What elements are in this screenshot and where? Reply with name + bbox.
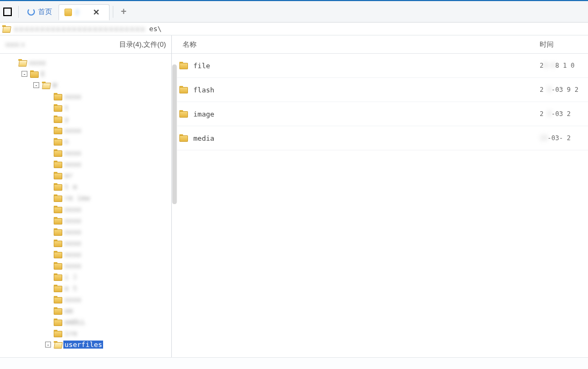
folder-icon xyxy=(30,70,39,78)
path-bar[interactable]: xxxxxxxxxxxxxxxxxxxxxxxxx es\ xyxy=(0,23,588,35)
column-headers: 名称 时间 xyxy=(172,35,588,54)
tree-node-label: xxxx xyxy=(63,149,82,157)
tree-node[interactable]: emDLL xyxy=(3,316,171,328)
tree-node[interactable]: e t xyxy=(3,283,171,294)
tree-node-label: i ) xyxy=(63,273,78,281)
tree-node[interactable]: em xyxy=(3,305,171,316)
file-time: 20-08 1 0 xyxy=(540,62,588,69)
file-row[interactable]: file20-08 1 0 xyxy=(172,54,588,78)
tree-node[interactable]: xxxx xyxy=(3,237,171,249)
folder-icon xyxy=(54,251,62,258)
app-logo xyxy=(3,8,12,16)
folder-icon xyxy=(179,134,188,142)
tree-node[interactable]: re iew xyxy=(3,192,171,204)
tab-active[interactable]: 2 ✕ xyxy=(59,4,110,20)
tree-node[interactable]: xxxx xyxy=(3,226,171,237)
tab-close-button[interactable]: ✕ xyxy=(91,7,101,18)
tree-node[interactable]: y xyxy=(3,113,171,125)
file-time: 2 9-03 9 2 xyxy=(540,86,588,93)
tree-list[interactable]: xxxx-E-Wxxxxtyxxxxnxxxxxxxxert ere iewxx… xyxy=(0,54,171,357)
divider xyxy=(18,6,19,18)
tree-node-label: t e xyxy=(63,183,78,191)
tree-node-label: xxxx xyxy=(63,160,82,168)
folder-icon xyxy=(54,217,62,225)
file-name: file xyxy=(193,62,534,70)
tree-toggle[interactable]: - xyxy=(33,82,39,88)
tree-node[interactable]: xxxx xyxy=(3,147,171,158)
tree-node-label: t xyxy=(63,104,70,112)
tree-toggle[interactable]: - xyxy=(45,342,51,348)
tree-node[interactable]: xxxx xyxy=(3,294,171,305)
tree-node[interactable]: -W xyxy=(3,79,171,91)
folder-icon xyxy=(54,240,62,247)
tree-node-label: xxxx xyxy=(63,239,82,247)
tree-node-label: y xyxy=(63,115,70,123)
tree-node[interactable]: xxxx xyxy=(3,125,171,136)
status-bar xyxy=(0,357,588,369)
folder-icon xyxy=(179,110,188,118)
tab-home[interactable]: 首页 xyxy=(22,4,57,20)
folder-icon xyxy=(54,206,62,213)
tree-node[interactable]: xxxx xyxy=(3,204,171,215)
tree-node[interactable]: xxxx xyxy=(3,158,171,170)
col-time[interactable]: 时间 xyxy=(540,40,588,49)
file-name: image xyxy=(193,110,534,118)
tree-header: xxxx x 目录(4),文件(0) xyxy=(0,35,171,54)
tree-node[interactable]: n xyxy=(3,136,171,147)
tree-toggle[interactable]: - xyxy=(21,71,27,77)
scrollbar-thumb[interactable] xyxy=(172,64,177,204)
folder-icon xyxy=(54,296,62,303)
tree-header-blur: xxxx x xyxy=(5,40,25,48)
tree-node[interactable]: xxxx xyxy=(3,260,171,271)
tree-node-label: e t xyxy=(63,284,78,292)
folder-icon xyxy=(54,194,62,202)
folder-icon xyxy=(54,104,62,112)
tree-node[interactable]: t e xyxy=(3,181,171,192)
folder-icon xyxy=(54,228,62,236)
tree-node-label: xxxx xyxy=(63,126,82,134)
tree-node[interactable]: -userfiles xyxy=(3,339,171,350)
tab-active-label: 2 xyxy=(75,8,79,16)
folder-icon xyxy=(54,93,62,100)
folder-icon xyxy=(54,330,62,337)
tree-node-label: xxxx xyxy=(63,295,82,303)
scrollbar[interactable] xyxy=(172,64,177,204)
tree-node-label: xxxx xyxy=(63,250,82,258)
tree-node-label: n xyxy=(63,138,70,146)
tree-node[interactable]: er xyxy=(3,170,171,181)
folder-icon xyxy=(54,138,62,146)
folder-icon xyxy=(179,62,188,69)
folder-icon xyxy=(54,127,62,134)
tree-panel: xxxx x 目录(4),文件(0) xxxx-E-Wxxxxtyxxxxnxx… xyxy=(0,35,172,357)
folder-icon xyxy=(54,149,62,157)
file-row[interactable]: image2 9-03 2 xyxy=(172,102,588,126)
tree-node[interactable]: ire xyxy=(3,328,171,339)
file-name: media xyxy=(193,134,534,142)
file-row[interactable]: flash2 9-03 9 2 xyxy=(172,78,588,102)
tree-node[interactable]: xxxx xyxy=(3,215,171,226)
tree-node-label: xxxx xyxy=(63,228,82,236)
tree-node[interactable]: xxxx xyxy=(3,57,171,68)
folder-open-icon xyxy=(2,25,11,33)
tree-summary: 目录(4),文件(0) xyxy=(119,40,166,49)
folder-icon xyxy=(18,59,27,67)
folder-icon xyxy=(54,115,62,123)
folder-icon xyxy=(179,86,188,93)
tree-node[interactable]: xxxx xyxy=(3,249,171,260)
folder-icon xyxy=(54,319,62,326)
folder-icon xyxy=(54,307,62,315)
tree-node[interactable]: i ) xyxy=(3,271,171,283)
tree-node[interactable]: xxxx xyxy=(3,91,171,102)
file-row[interactable]: media19-03- 2 xyxy=(172,126,588,150)
tree-node[interactable]: -E xyxy=(3,68,171,79)
folder-icon xyxy=(54,161,62,168)
divider xyxy=(113,6,113,18)
tree-node-label: ire xyxy=(63,329,78,337)
file-list[interactable]: file20-08 1 0flash2 9-03 9 2image2 9-03 … xyxy=(172,54,588,357)
folder-icon xyxy=(64,9,72,16)
tree-node[interactable]: t xyxy=(3,102,171,113)
tab-add-button[interactable]: + xyxy=(117,5,130,19)
col-name[interactable]: 名称 xyxy=(179,40,540,49)
file-name: flash xyxy=(193,86,534,94)
tree-node-label: xxxx xyxy=(63,262,82,270)
